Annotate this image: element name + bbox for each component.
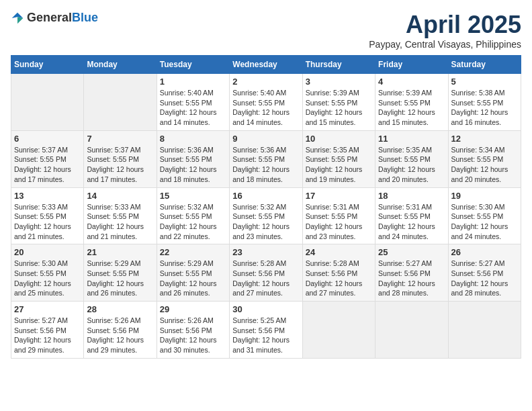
calendar-cell: 20Sunrise: 5:30 AM Sunset: 5:55 PM Dayli… bbox=[11, 244, 84, 302]
subtitle: Paypay, Central Visayas, Philippines bbox=[369, 39, 521, 50]
calendar-cell: 17Sunrise: 5:31 AM Sunset: 5:55 PM Dayli… bbox=[302, 187, 375, 244]
calendar-cell: 16Sunrise: 5:32 AM Sunset: 5:55 PM Dayli… bbox=[230, 187, 302, 244]
day-info: Sunrise: 5:35 AM Sunset: 5:55 PM Dayligh… bbox=[378, 145, 445, 185]
day-info: Sunrise: 5:34 AM Sunset: 5:55 PM Dayligh… bbox=[451, 145, 518, 185]
day-of-week-header: Thursday bbox=[302, 56, 375, 74]
day-info: Sunrise: 5:33 AM Sunset: 5:55 PM Dayligh… bbox=[87, 202, 153, 242]
day-number: 26 bbox=[451, 247, 518, 257]
day-number: 11 bbox=[378, 134, 445, 144]
calendar-cell: 11Sunrise: 5:35 AM Sunset: 5:55 PM Dayli… bbox=[375, 130, 448, 187]
logo-text-general: General bbox=[27, 11, 72, 24]
calendar-cell bbox=[11, 74, 84, 131]
calendar-cell: 10Sunrise: 5:35 AM Sunset: 5:55 PM Dayli… bbox=[302, 130, 375, 187]
day-info: Sunrise: 5:28 AM Sunset: 5:56 PM Dayligh… bbox=[232, 259, 299, 298]
day-info: Sunrise: 5:33 AM Sunset: 5:55 PM Dayligh… bbox=[14, 202, 81, 242]
day-number: 29 bbox=[160, 304, 226, 314]
day-info: Sunrise: 5:40 AM Sunset: 5:55 PM Dayligh… bbox=[160, 88, 226, 128]
day-number: 20 bbox=[14, 247, 81, 257]
day-info: Sunrise: 5:30 AM Sunset: 5:55 PM Dayligh… bbox=[14, 259, 81, 298]
day-number: 24 bbox=[306, 247, 372, 257]
day-info: Sunrise: 5:37 AM Sunset: 5:55 PM Dayligh… bbox=[87, 145, 153, 185]
day-info: Sunrise: 5:32 AM Sunset: 5:55 PM Dayligh… bbox=[160, 202, 226, 242]
day-info: Sunrise: 5:25 AM Sunset: 5:56 PM Dayligh… bbox=[232, 316, 299, 355]
calendar-cell: 26Sunrise: 5:27 AM Sunset: 5:56 PM Dayli… bbox=[448, 244, 521, 302]
day-number: 4 bbox=[378, 77, 445, 87]
day-info: Sunrise: 5:26 AM Sunset: 5:56 PM Dayligh… bbox=[87, 316, 153, 355]
calendar-cell: 8Sunrise: 5:36 AM Sunset: 5:55 PM Daylig… bbox=[157, 130, 229, 187]
logo-icon bbox=[11, 11, 24, 25]
day-number: 21 bbox=[87, 247, 153, 257]
day-number: 22 bbox=[160, 247, 226, 257]
calendar-header-row: SundayMondayTuesdayWednesdayThursdayFrid… bbox=[11, 56, 521, 74]
page-header: GeneralBlue April 2025 Paypay, Central V… bbox=[11, 11, 521, 50]
day-info: Sunrise: 5:40 AM Sunset: 5:55 PM Dayligh… bbox=[232, 88, 299, 128]
day-number: 25 bbox=[378, 247, 445, 257]
calendar-cell: 4Sunrise: 5:39 AM Sunset: 5:55 PM Daylig… bbox=[375, 74, 448, 131]
day-number: 7 bbox=[87, 134, 153, 144]
day-number: 2 bbox=[232, 77, 299, 87]
calendar-cell: 12Sunrise: 5:34 AM Sunset: 5:55 PM Dayli… bbox=[448, 130, 521, 187]
day-info: Sunrise: 5:29 AM Sunset: 5:55 PM Dayligh… bbox=[160, 259, 226, 298]
day-info: Sunrise: 5:38 AM Sunset: 5:55 PM Dayligh… bbox=[451, 88, 518, 128]
calendar-cell bbox=[84, 74, 157, 131]
calendar-cell: 30Sunrise: 5:25 AM Sunset: 5:56 PM Dayli… bbox=[230, 302, 302, 359]
calendar-week-row: 27Sunrise: 5:27 AM Sunset: 5:56 PM Dayli… bbox=[11, 302, 521, 359]
day-number: 8 bbox=[160, 134, 226, 144]
day-info: Sunrise: 5:36 AM Sunset: 5:55 PM Dayligh… bbox=[160, 145, 226, 185]
calendar-cell: 1Sunrise: 5:40 AM Sunset: 5:55 PM Daylig… bbox=[157, 74, 229, 131]
day-info: Sunrise: 5:32 AM Sunset: 5:55 PM Dayligh… bbox=[232, 202, 299, 242]
day-number: 13 bbox=[14, 191, 81, 201]
day-number: 19 bbox=[451, 191, 518, 201]
day-number: 23 bbox=[232, 247, 299, 257]
day-info: Sunrise: 5:36 AM Sunset: 5:55 PM Dayligh… bbox=[232, 145, 299, 185]
calendar-cell: 28Sunrise: 5:26 AM Sunset: 5:56 PM Dayli… bbox=[84, 302, 157, 359]
day-info: Sunrise: 5:31 AM Sunset: 5:55 PM Dayligh… bbox=[378, 202, 445, 242]
svg-marker-1 bbox=[17, 17, 23, 24]
calendar-cell bbox=[375, 302, 448, 359]
logo: GeneralBlue bbox=[11, 11, 98, 25]
day-number: 5 bbox=[451, 77, 518, 87]
day-number: 17 bbox=[306, 191, 372, 201]
calendar-cell: 9Sunrise: 5:36 AM Sunset: 5:55 PM Daylig… bbox=[230, 130, 302, 187]
day-info: Sunrise: 5:27 AM Sunset: 5:56 PM Dayligh… bbox=[14, 316, 81, 355]
day-number: 6 bbox=[14, 134, 81, 144]
calendar-cell: 13Sunrise: 5:33 AM Sunset: 5:55 PM Dayli… bbox=[11, 187, 84, 244]
day-number: 12 bbox=[451, 134, 518, 144]
main-title: April 2025 bbox=[369, 11, 521, 39]
day-number: 1 bbox=[160, 77, 226, 87]
calendar-cell: 27Sunrise: 5:27 AM Sunset: 5:56 PM Dayli… bbox=[11, 302, 84, 359]
calendar-cell: 29Sunrise: 5:26 AM Sunset: 5:56 PM Dayli… bbox=[157, 302, 229, 359]
day-number: 28 bbox=[87, 304, 153, 314]
day-number: 16 bbox=[232, 191, 299, 201]
day-of-week-header: Sunday bbox=[11, 56, 84, 74]
calendar-week-row: 20Sunrise: 5:30 AM Sunset: 5:55 PM Dayli… bbox=[11, 244, 521, 302]
day-number: 9 bbox=[232, 134, 299, 144]
day-number: 14 bbox=[87, 191, 153, 201]
calendar-week-row: 6Sunrise: 5:37 AM Sunset: 5:55 PM Daylig… bbox=[11, 130, 521, 187]
calendar-table: SundayMondayTuesdayWednesdayThursdayFrid… bbox=[11, 55, 521, 359]
calendar-cell: 25Sunrise: 5:27 AM Sunset: 5:56 PM Dayli… bbox=[375, 244, 448, 302]
calendar-cell: 19Sunrise: 5:30 AM Sunset: 5:55 PM Dayli… bbox=[448, 187, 521, 244]
day-number: 3 bbox=[306, 77, 372, 87]
calendar-cell: 5Sunrise: 5:38 AM Sunset: 5:55 PM Daylig… bbox=[448, 74, 521, 131]
calendar-cell: 15Sunrise: 5:32 AM Sunset: 5:55 PM Dayli… bbox=[157, 187, 229, 244]
calendar-cell: 24Sunrise: 5:28 AM Sunset: 5:56 PM Dayli… bbox=[302, 244, 375, 302]
day-of-week-header: Tuesday bbox=[157, 56, 229, 74]
day-info: Sunrise: 5:31 AM Sunset: 5:55 PM Dayligh… bbox=[306, 202, 372, 242]
calendar-cell: 14Sunrise: 5:33 AM Sunset: 5:55 PM Dayli… bbox=[84, 187, 157, 244]
day-info: Sunrise: 5:26 AM Sunset: 5:56 PM Dayligh… bbox=[160, 316, 226, 355]
calendar-week-row: 13Sunrise: 5:33 AM Sunset: 5:55 PM Dayli… bbox=[11, 187, 521, 244]
calendar-cell bbox=[448, 302, 521, 359]
calendar-cell: 22Sunrise: 5:29 AM Sunset: 5:55 PM Dayli… bbox=[157, 244, 229, 302]
day-of-week-header: Wednesday bbox=[230, 56, 302, 74]
calendar-cell: 21Sunrise: 5:29 AM Sunset: 5:55 PM Dayli… bbox=[84, 244, 157, 302]
day-info: Sunrise: 5:35 AM Sunset: 5:55 PM Dayligh… bbox=[306, 145, 372, 185]
day-of-week-header: Monday bbox=[84, 56, 157, 74]
calendar-cell: 2Sunrise: 5:40 AM Sunset: 5:55 PM Daylig… bbox=[230, 74, 302, 131]
day-info: Sunrise: 5:27 AM Sunset: 5:56 PM Dayligh… bbox=[378, 259, 445, 298]
day-info: Sunrise: 5:27 AM Sunset: 5:56 PM Dayligh… bbox=[451, 259, 518, 298]
day-number: 10 bbox=[306, 134, 372, 144]
day-number: 27 bbox=[14, 304, 81, 314]
day-number: 18 bbox=[378, 191, 445, 201]
day-info: Sunrise: 5:28 AM Sunset: 5:56 PM Dayligh… bbox=[306, 259, 372, 298]
